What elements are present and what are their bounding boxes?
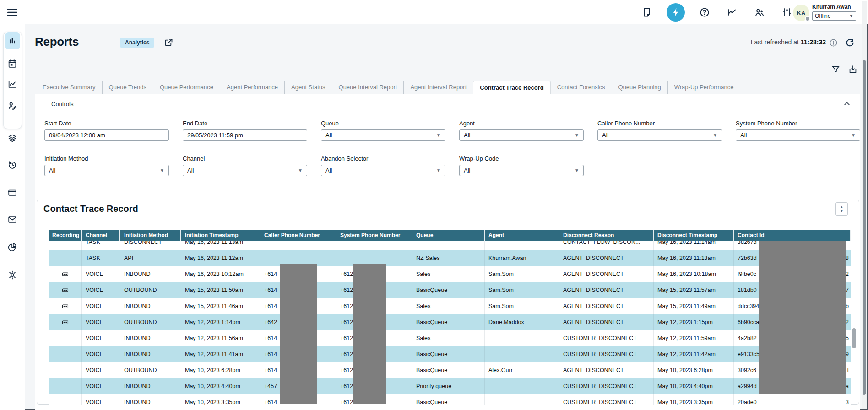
cell-queue: Sales	[412, 266, 485, 282]
download-icon[interactable]	[848, 65, 858, 75]
spinner-up-icon[interactable]: ▲	[840, 205, 844, 209]
recording-icon	[49, 282, 82, 298]
table-scrollbar[interactable]	[852, 230, 856, 405]
sidebar-item-history[interactable]	[0, 156, 25, 173]
table-row[interactable]: VOICEOUTBOUNDMay 12, 2023 1:14pm+642+612…	[49, 314, 851, 330]
cell-agent: Alex.Gurr	[485, 362, 559, 378]
refreshed-time: 11:28:32	[801, 38, 826, 46]
app-window: KA Khurram Awan Offline ▼ Reports Analyt…	[0, 0, 868, 410]
filter-initiation-method: Initiation MethodAll▼	[44, 155, 169, 176]
column-header-recording: Recording	[49, 230, 82, 241]
page-scrollbar[interactable]	[862, 1, 867, 409]
cell-initiation-method: API	[120, 250, 181, 266]
sidebar-item-layers[interactable]	[0, 130, 25, 146]
report-card: Controls Start Date09/04/2023 12:00 amEn…	[35, 94, 860, 410]
tab-contract-trace-record[interactable]: Contract Trace Record	[473, 81, 550, 94]
table-row[interactable]: VOICEINBOUNDMay 16, 2023 10:12am+614+612…	[49, 266, 851, 282]
tab-queue-trends[interactable]: Queue Trends	[102, 81, 153, 94]
redaction-box	[280, 264, 317, 404]
filter-label: Abandon Selector	[321, 155, 445, 162]
table-row[interactable]: VOICEOUTBOUNDMay 15, 2023 11:50am+614+61…	[49, 282, 851, 298]
external-link-icon[interactable]	[164, 38, 174, 47]
collapse-chevron-up-icon[interactable]	[842, 99, 852, 108]
filter-select[interactable]: All▼	[459, 165, 584, 176]
tab-wrap-up-performance[interactable]: Wrap-Up Performance	[667, 81, 740, 94]
cell-disconnect-timestamp: May 12, 2023 11:59am	[654, 330, 734, 346]
cell-initiation-timestamp: May 12, 2023 11:41am	[181, 346, 260, 362]
cell-initiation-method: OUTBOUND	[120, 314, 181, 330]
table-row[interactable]: VOICEINBOUNDMay 12, 2023 11:41am+614+612…	[49, 346, 851, 362]
table-row[interactable]: TASKDISCONNECTMay 16, 2023 11:13amCONTAC…	[49, 241, 851, 250]
page-header: Reports Analytics Last refreshed at 11:2…	[35, 32, 859, 53]
sidebar-item-window[interactable]	[0, 184, 25, 201]
filter-select[interactable]: All▼	[183, 165, 307, 176]
sidebar-item-pie-chart[interactable]	[0, 239, 25, 255]
tab-queue-interval-report[interactable]: Queue Interval Report	[332, 81, 404, 94]
filter-funnel-icon[interactable]	[831, 65, 841, 75]
table-row[interactable]: VOICEINBOUNDMay 15, 2023 11:46am+614+612…	[49, 298, 851, 314]
menu-icon[interactable]	[6, 6, 18, 18]
section-title: Contact Trace Record	[43, 204, 138, 214]
sidebar-item-bar-chart[interactable]	[0, 32, 25, 49]
cell-channel: TASK	[82, 250, 120, 266]
cell-recording	[49, 394, 82, 405]
column-header-disconnect-reason: Disconnect Reason	[559, 230, 654, 241]
filter-select[interactable]: All▼	[44, 165, 169, 176]
cell-agent	[485, 346, 559, 362]
status-select[interactable]: Offline ▼	[812, 11, 856, 21]
avatar[interactable]: KA	[793, 5, 809, 21]
table-row[interactable]: VOICEINBOUNDMay 12, 2023 11:56am+614+612…	[49, 330, 851, 346]
cell-initiation-method: OUTBOUND	[120, 282, 181, 298]
filter-select[interactable]: All▼	[459, 129, 584, 141]
users-icon[interactable]	[752, 5, 767, 20]
cell-channel: VOICE	[82, 330, 120, 346]
filter-select[interactable]: All▼	[321, 129, 445, 141]
cell-channel: VOICE	[82, 282, 120, 298]
cell-disconnect-reason: AGENT_DISCONNECT	[559, 362, 654, 378]
sidebar-item-user-edit[interactable]	[0, 97, 25, 114]
cell-recording	[49, 250, 82, 266]
tab-contact-forensics[interactable]: Contact Forensics	[551, 81, 612, 94]
filter-date-input[interactable]: 29/05/2023 11:59 pm	[183, 129, 307, 141]
tab-executive-summary[interactable]: Executive Summary	[36, 81, 102, 94]
filter-date-input[interactable]: 09/04/2023 12:00 am	[44, 129, 169, 141]
bolt-icon[interactable]	[667, 3, 685, 22]
topbar-icons	[639, 0, 795, 24]
table-row[interactable]: VOICEINBOUNDMay 10, 2023 4:40pm+457+612P…	[49, 378, 851, 394]
recording-icon	[49, 314, 82, 330]
sidebar-item-line-chart[interactable]	[0, 76, 25, 92]
contact-id-prefix: 3d267d	[738, 241, 757, 250]
tab-queue-planning[interactable]: Queue Planning	[612, 81, 667, 94]
table-row[interactable]: TASKAPIMay 16, 2023 11:12amNZ SalesKhurr…	[49, 250, 851, 266]
filter-select[interactable]: All▼	[321, 165, 445, 176]
info-icon[interactable]	[829, 38, 838, 47]
sidebar-item-calendar[interactable]	[0, 55, 25, 72]
tab-agent-status[interactable]: Agent Status	[284, 81, 331, 94]
redaction-box	[760, 241, 846, 394]
help-icon[interactable]	[697, 5, 712, 20]
metrics-icon[interactable]	[724, 5, 740, 20]
tab-agent-interval-report[interactable]: Agent Interval Report	[403, 81, 473, 94]
filter-select[interactable]: All▼	[736, 129, 860, 141]
sidebar-item-gear[interactable]	[0, 267, 25, 283]
page-scrollbar-thumb[interactable]	[863, 60, 866, 395]
tab-queue-performance[interactable]: Queue Performance	[153, 81, 220, 94]
analytics-badge[interactable]: Analytics	[120, 38, 154, 48]
filter-value: 29/05/2023 11:59 pm	[187, 132, 243, 139]
sliders-icon[interactable]	[779, 5, 795, 20]
filter-value: All	[740, 132, 747, 139]
table-scrollbar-thumb[interactable]	[852, 328, 856, 348]
tab-agent-performance[interactable]: Agent Performance	[220, 81, 284, 94]
cell-initiation-timestamp: May 12, 2023 1:14pm	[181, 314, 260, 330]
spinner-down-icon[interactable]: ▼	[840, 209, 844, 213]
sidebar-item-mail[interactable]	[0, 211, 25, 228]
chevron-down-icon: ▼	[298, 168, 303, 173]
cell-disconnect-reason: AGENT_DISCONNECT	[559, 266, 654, 282]
cell-disconnect-reason: AGENT_DISCONNECT	[559, 298, 654, 314]
table-row[interactable]: VOICEINBOUNDMay 10, 2023 3:35pm+614+612B…	[49, 394, 851, 405]
refresh-icon[interactable]	[845, 38, 855, 48]
filter-system-phone-number: System Phone NumberAll▼	[736, 120, 860, 141]
table-row[interactable]: VOICEOUTBOUNDMay 10, 2023 6:28pm+614+612…	[49, 362, 851, 378]
filter-select[interactable]: All▼	[597, 129, 722, 141]
notes-icon[interactable]	[639, 5, 655, 20]
